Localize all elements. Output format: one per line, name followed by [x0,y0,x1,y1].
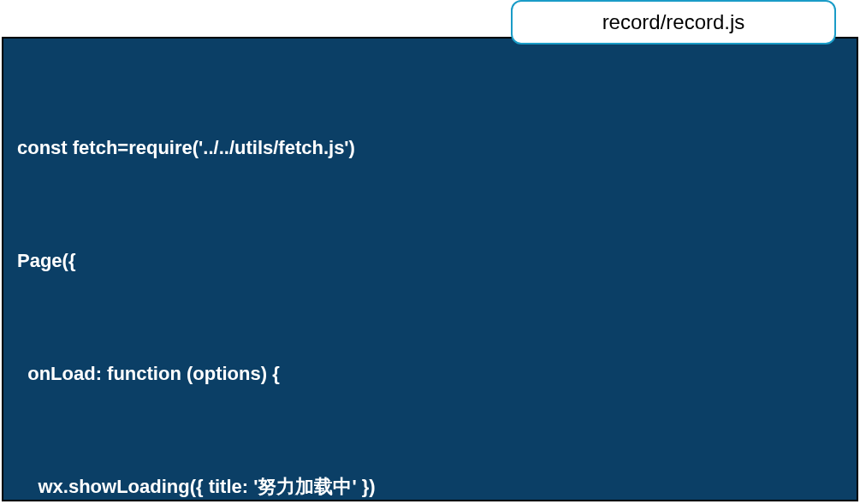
file-tab: record/record.js [511,0,836,44]
code-line: const fetch=require('../../utils/fetch.j… [17,129,843,167]
code-line: onLoad: function (options) { [17,355,843,393]
file-tab-label: record/record.js [602,10,745,34]
code-line: wx.showLoading({ title: '努力加载中' }) [17,468,843,501]
code-block: const fetch=require('../../utils/fetch.j… [2,37,858,501]
code-line: Page({ [17,242,843,280]
